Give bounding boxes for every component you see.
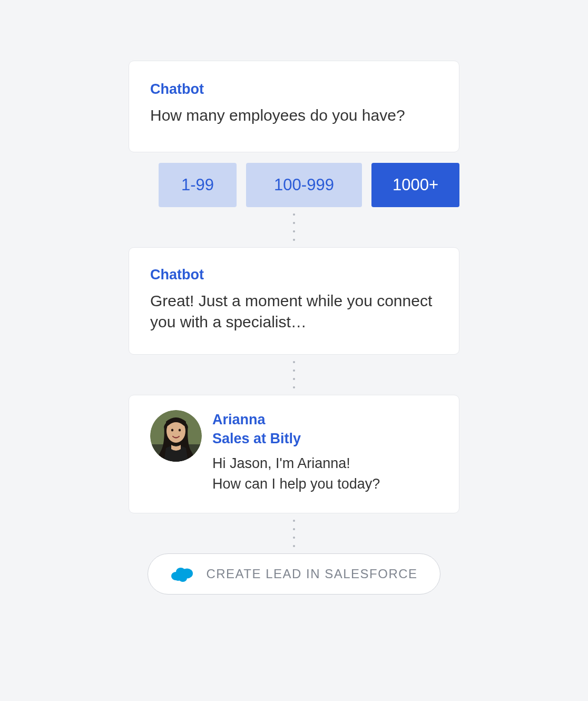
create-lead-button[interactable]: CREATE LEAD IN SALESFORCE: [148, 553, 440, 595]
flow-connector-dots: [129, 213, 459, 241]
agent-msg-line2: How can I help you today?: [212, 476, 380, 492]
option-100-999[interactable]: 100-999: [246, 163, 362, 207]
dot: [293, 520, 295, 522]
chatbot-sender-label: Chatbot: [150, 267, 438, 283]
agent-message-card: Arianna Sales at Bitly Hi Jason, I'm Ari…: [129, 395, 459, 514]
option-1000-plus[interactable]: 1000+: [371, 163, 459, 207]
chatbot-response-text: Great! Just a moment while you connect y…: [150, 290, 438, 333]
agent-name: Arianna: [212, 410, 438, 429]
dot: [293, 545, 295, 547]
flow-connector-dots: [129, 520, 459, 547]
chatbot-question-text: How many employees do you have?: [150, 105, 438, 126]
chatbot-message-card: Chatbot How many employees do you have?: [129, 61, 459, 152]
dot: [293, 386, 295, 388]
dot: [293, 369, 295, 372]
dot: [293, 230, 295, 232]
option-1-99[interactable]: 1-99: [159, 163, 237, 207]
agent-avatar: [150, 410, 202, 462]
dot: [293, 378, 295, 380]
employee-options-row: 1-99 100-999 1000+: [129, 163, 459, 207]
dot: [293, 361, 295, 363]
flow-connector-dots: [129, 361, 459, 388]
agent-text-block: Arianna Sales at Bitly Hi Jason, I'm Ari…: [212, 410, 438, 494]
agent-role: Sales at Bitly: [212, 429, 438, 448]
action-row: CREATE LEAD IN SALESFORCE: [129, 553, 459, 595]
dot: [293, 528, 295, 530]
dot: [293, 213, 295, 216]
svg-point-5: [171, 429, 173, 431]
svg-point-6: [179, 429, 181, 431]
dot: [293, 239, 295, 241]
create-lead-label: CREATE LEAD IN SALESFORCE: [206, 567, 417, 581]
dot: [293, 222, 295, 224]
chatbot-response-card: Chatbot Great! Just a moment while you c…: [129, 247, 459, 355]
salesforce-icon: [170, 566, 194, 582]
svg-point-11: [174, 575, 182, 581]
agent-msg-line1: Hi Jason, I'm Arianna!: [212, 455, 350, 471]
agent-message: Hi Jason, I'm Arianna! How can I help yo…: [212, 453, 438, 494]
chatbot-sender-label: Chatbot: [150, 81, 438, 98]
dot: [293, 537, 295, 539]
